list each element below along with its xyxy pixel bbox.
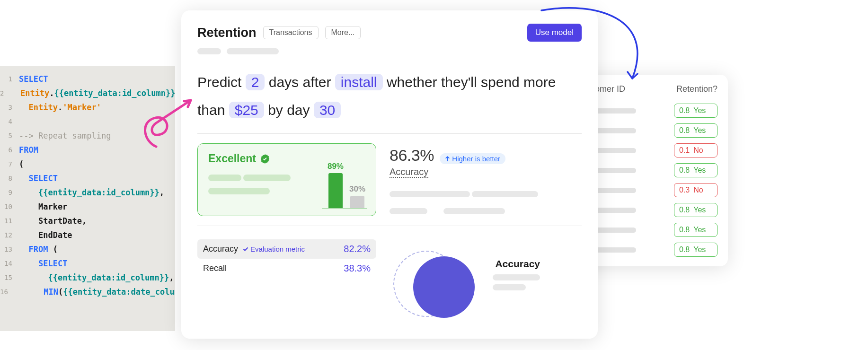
- chip-transactions[interactable]: Transactions: [263, 26, 319, 39]
- pill-days[interactable]: 2: [246, 74, 265, 90]
- result-row: 0.8Yes: [577, 220, 717, 240]
- retention-badge: 0.8Yes: [674, 163, 717, 177]
- result-row: 0.8Yes: [577, 121, 717, 140]
- skeleton: [197, 48, 221, 54]
- code-line: 16 MIN({{entity_data:date_column: [0, 285, 175, 299]
- skeleton: [227, 48, 279, 54]
- arrow-up-icon: [445, 156, 450, 161]
- accuracy-summary: 86.3% Higher is better Accuracy: [390, 143, 582, 216]
- badge-text: Higher is better: [452, 155, 500, 163]
- bar-pct-1: 89%: [328, 162, 344, 171]
- bar-pct-2: 30%: [349, 184, 365, 194]
- check-icon: [243, 246, 248, 252]
- code-panel: 1SELECT2 Entity.{{entity_data:id_column}…: [0, 66, 175, 331]
- retention-badge: 0.8Yes: [674, 123, 717, 138]
- code-line: 14 SELECT: [0, 256, 175, 271]
- code-line: 9 {{entity_data:id_column}},: [0, 185, 175, 200]
- metric-name: Accuracy: [203, 244, 238, 254]
- col-retention: Retention?: [676, 84, 717, 94]
- prediction-sentence: Predict 2 days after install whether the…: [197, 69, 582, 124]
- metric-value: 82.2%: [344, 244, 371, 254]
- result-row: 0.8Yes: [577, 240, 717, 260]
- code-line: 1SELECT: [0, 72, 175, 86]
- divider: [197, 226, 582, 226]
- code-line: 2 Entity.{{entity_data:id_column}},: [0, 86, 175, 100]
- retention-badge: 0.8Yes: [674, 223, 717, 237]
- code-line: 6FROM: [0, 143, 175, 157]
- code-line: 13 FROM (: [0, 242, 175, 256]
- code-line: 15 {{entity_data:id_column}},: [0, 271, 175, 285]
- skeleton: [594, 168, 636, 173]
- metric-value: 38.3%: [344, 263, 371, 274]
- model-card: Retention Transactions More... Use model…: [181, 10, 598, 339]
- retention-badge: 0.8Yes: [674, 104, 717, 118]
- pill-amount[interactable]: $25: [229, 102, 264, 118]
- skeleton: [594, 148, 636, 153]
- verified-badge-icon: [260, 154, 270, 164]
- retention-badge: 0.3No: [674, 183, 717, 197]
- result-row: 0.8Yes: [577, 200, 717, 220]
- use-model-button[interactable]: Use model: [527, 24, 582, 42]
- retention-badge: 0.1No: [674, 143, 717, 158]
- quality-label: Excellent: [208, 152, 256, 165]
- metric-row-recall[interactable]: Recall 38.3%: [197, 259, 376, 278]
- skeleton: [594, 108, 636, 114]
- metrics-list: Accuracy Evaluation metric 82.2% Recall …: [197, 239, 376, 324]
- skeleton: [594, 188, 636, 193]
- venn-label: Accuracy: [495, 258, 540, 270]
- skeleton: [594, 228, 636, 233]
- badge-text: Evaluation metric: [250, 245, 305, 253]
- code-line: 8 SELECT: [0, 171, 175, 185]
- code-line: 4: [0, 114, 175, 129]
- pill-event[interactable]: install: [335, 74, 383, 90]
- quality-card: Excellent 89% 30%: [197, 143, 376, 216]
- text: Predict: [197, 74, 246, 90]
- quality-bars: 89% 30%: [328, 162, 365, 208]
- chip-more[interactable]: More...: [325, 26, 361, 39]
- code-line: 3 Entity.'Marker': [0, 100, 175, 114]
- divider: [197, 133, 582, 134]
- code-line: 10 Marker: [0, 200, 175, 214]
- retention-badge: 0.8Yes: [674, 243, 717, 257]
- skeleton: [594, 247, 636, 253]
- text: days after: [269, 74, 335, 90]
- code-line: 7(: [0, 157, 175, 171]
- text: by day: [268, 102, 314, 118]
- metric-name: Recall: [203, 263, 227, 273]
- skeleton: [594, 208, 636, 213]
- skeleton: [594, 128, 636, 133]
- code-line: 12 EndDate: [0, 228, 175, 242]
- pill-byday[interactable]: 30: [314, 102, 341, 118]
- page-title: Retention: [197, 26, 257, 40]
- result-row: 0.3No: [577, 180, 717, 200]
- accuracy-value: 86.3%: [390, 146, 434, 164]
- accuracy-badge: Higher is better: [440, 153, 505, 164]
- evaluation-metric-badge: Evaluation metric: [243, 245, 305, 253]
- result-row: 0.1No: [577, 140, 717, 160]
- accuracy-label: Accuracy: [390, 166, 428, 177]
- metric-row-accuracy[interactable]: Accuracy Evaluation metric 82.2%: [197, 239, 376, 259]
- venn-circle-solid: [413, 256, 475, 318]
- result-row: 0.8Yes: [577, 160, 717, 180]
- venn-panel: Accuracy: [389, 239, 582, 324]
- retention-badge: 0.8Yes: [674, 203, 717, 217]
- result-row: 0.8Yes: [577, 101, 717, 121]
- code-line: 11 StartDate,: [0, 214, 175, 228]
- code-line: 5--> Repeat sampling: [0, 129, 175, 143]
